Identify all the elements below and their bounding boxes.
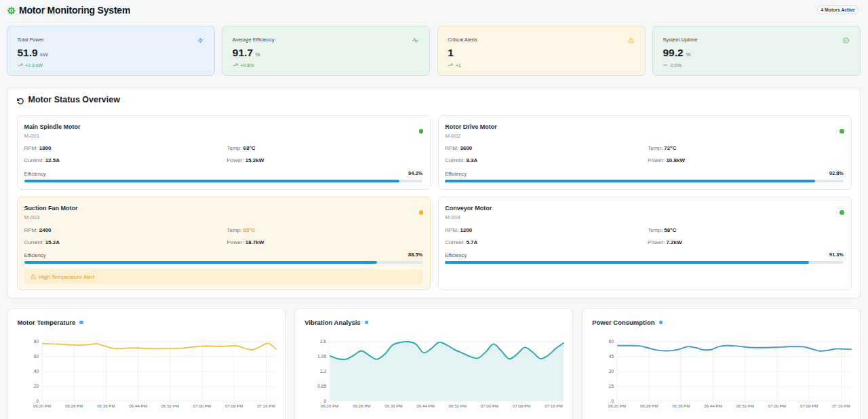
svg-text:06:28 PM: 06:28 PM xyxy=(65,403,83,408)
svg-text:0.65: 0.65 xyxy=(317,384,326,388)
svg-text:07:16 PM: 07:16 PM xyxy=(832,403,850,408)
svg-text:06:36 PM: 06:36 PM xyxy=(672,403,690,408)
svg-text:45: 45 xyxy=(609,354,614,359)
svg-text:06:20 PM: 06:20 PM xyxy=(321,403,338,408)
svg-text:06:20 PM: 06:20 PM xyxy=(608,403,626,408)
svg-text:06:28 PM: 06:28 PM xyxy=(353,403,370,408)
svg-text:07:16 PM: 07:16 PM xyxy=(545,403,562,408)
svg-text:1.95: 1.95 xyxy=(317,354,326,359)
svg-text:06:44 PM: 06:44 PM xyxy=(704,403,722,408)
svg-text:07:00 PM: 07:00 PM xyxy=(193,403,211,408)
svg-text:06:52 PM: 06:52 PM xyxy=(448,403,466,408)
svg-text:30: 30 xyxy=(609,369,614,374)
svg-text:0: 0 xyxy=(36,399,39,403)
svg-text:07:16 PM: 07:16 PM xyxy=(257,403,275,408)
svg-text:2.6: 2.6 xyxy=(320,339,326,344)
svg-text:06:36 PM: 06:36 PM xyxy=(97,403,115,408)
svg-text:80: 80 xyxy=(34,339,39,344)
svg-text:40: 40 xyxy=(34,369,39,374)
svg-text:07:08 PM: 07:08 PM xyxy=(513,403,530,408)
svg-text:15: 15 xyxy=(609,384,614,388)
svg-text:06:20 PM: 06:20 PM xyxy=(33,403,51,408)
svg-text:20: 20 xyxy=(34,384,39,388)
svg-text:07:00 PM: 07:00 PM xyxy=(768,403,786,408)
svg-text:0: 0 xyxy=(323,399,326,403)
svg-text:60: 60 xyxy=(609,339,614,344)
svg-text:06:52 PM: 06:52 PM xyxy=(736,403,753,408)
svg-text:06:28 PM: 06:28 PM xyxy=(640,403,658,408)
svg-text:0: 0 xyxy=(611,399,614,403)
svg-text:06:36 PM: 06:36 PM xyxy=(384,403,402,408)
svg-text:06:44 PM: 06:44 PM xyxy=(129,403,146,408)
svg-text:06:52 PM: 06:52 PM xyxy=(161,403,179,408)
svg-text:07:00 PM: 07:00 PM xyxy=(481,403,498,408)
svg-text:06:44 PM: 06:44 PM xyxy=(416,403,434,408)
svg-text:1.3: 1.3 xyxy=(320,369,326,374)
svg-text:07:08 PM: 07:08 PM xyxy=(225,403,243,408)
svg-text:60: 60 xyxy=(34,354,39,359)
svg-text:07:08 PM: 07:08 PM xyxy=(800,403,818,408)
